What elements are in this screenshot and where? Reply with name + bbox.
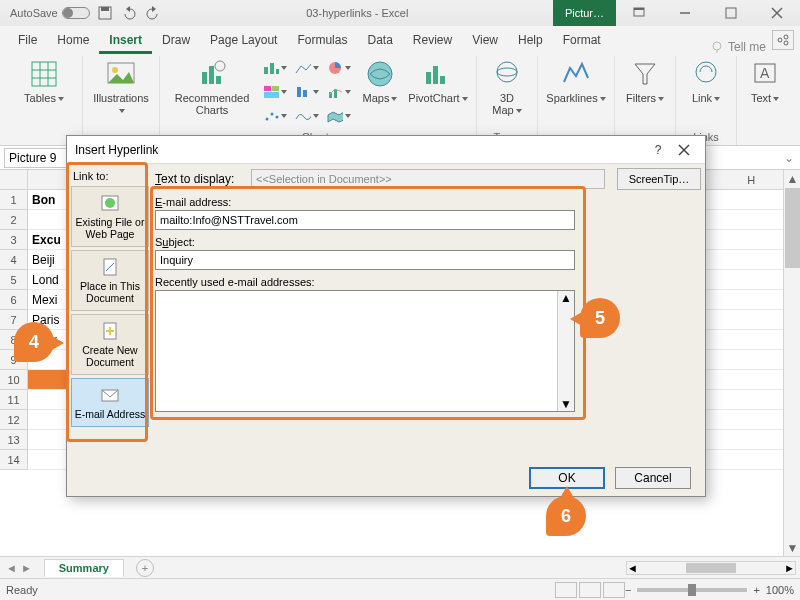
svg-point-10 — [778, 38, 782, 42]
row-header[interactable]: 5 — [0, 270, 28, 290]
row-header[interactable]: 1 — [0, 190, 28, 210]
row-header[interactable]: 14 — [0, 450, 28, 470]
surface-chart-icon[interactable] — [294, 106, 320, 126]
cancel-button[interactable]: Cancel — [615, 467, 691, 489]
svg-point-19 — [112, 67, 118, 73]
tables-button[interactable]: Tables — [14, 58, 74, 104]
row-header[interactable]: 2 — [0, 210, 28, 230]
svg-rect-29 — [264, 92, 279, 98]
3d-map-button[interactable]: 3D Map — [485, 58, 529, 116]
autosave-toggle[interactable]: AutoSave — [10, 7, 90, 19]
pie-chart-icon[interactable] — [326, 58, 352, 78]
share-button[interactable] — [772, 30, 794, 50]
add-sheet-button[interactable]: + — [136, 559, 154, 577]
recommended-charts-button[interactable]: Recommended Charts — [168, 58, 256, 116]
help-button[interactable]: ? — [645, 139, 671, 161]
tab-review[interactable]: Review — [403, 26, 462, 54]
link-create-new-option[interactable]: Create New Document — [71, 314, 149, 375]
sparklines-button[interactable]: Sparklines — [546, 58, 606, 104]
line-chart-icon[interactable] — [294, 58, 320, 78]
zoom-in-button[interactable]: + — [753, 584, 759, 596]
close-button[interactable] — [754, 0, 800, 26]
pivotchart-label: PivotChart — [408, 92, 459, 104]
undo-icon[interactable] — [120, 4, 138, 22]
link-place-in-document-label: Place in This Document — [80, 280, 140, 304]
row-header[interactable]: 3 — [0, 230, 28, 250]
zoom-level[interactable]: 100% — [766, 584, 794, 596]
row-header[interactable]: 12 — [0, 410, 28, 430]
text-button[interactable]: A Text — [745, 58, 785, 104]
scroll-left-icon[interactable]: ◄ — [627, 562, 638, 574]
tab-insert[interactable]: Insert — [99, 26, 152, 54]
maps-button[interactable]: Maps — [358, 58, 402, 104]
row-header[interactable]: 4 — [0, 250, 28, 270]
pivotchart-button[interactable]: PivotChart — [408, 58, 468, 104]
tell-me-search[interactable]: Tell me — [710, 40, 772, 54]
contextual-tab-label[interactable]: Pictur… — [553, 0, 616, 26]
recently-used-listbox[interactable]: ▲▼ — [155, 290, 575, 412]
tab-formulas[interactable]: Formulas — [287, 26, 357, 54]
hierarchy-chart-icon[interactable] — [262, 82, 288, 102]
tab-file[interactable]: File — [8, 26, 47, 54]
subject-input[interactable] — [155, 250, 575, 270]
link-email-option[interactable]: E-mail Address — [71, 378, 149, 427]
tab-page-layout[interactable]: Page Layout — [200, 26, 287, 54]
minimize-button[interactable] — [662, 0, 708, 26]
page-break-view-icon[interactable] — [603, 582, 625, 598]
maximize-button[interactable] — [708, 0, 754, 26]
toggle-off-icon — [62, 7, 90, 19]
scroll-thumb[interactable] — [785, 188, 800, 268]
vertical-scrollbar[interactable]: ▲ ▼ — [783, 170, 800, 556]
tab-data[interactable]: Data — [357, 26, 402, 54]
link-to-label: Link to: — [73, 170, 149, 182]
page-layout-view-icon[interactable] — [579, 582, 601, 598]
row-header[interactable]: 10 — [0, 370, 28, 390]
screentip-button[interactable]: ScreenTip… — [617, 168, 701, 190]
scatter-chart-icon[interactable] — [262, 106, 288, 126]
zoom-out-button[interactable]: − — [625, 584, 631, 596]
scroll-up-icon[interactable]: ▲ — [784, 170, 800, 187]
autosave-label: AutoSave — [10, 7, 58, 19]
maps-icon — [364, 58, 396, 90]
scroll-down-icon[interactable]: ▼ — [784, 539, 800, 556]
horizontal-scrollbar[interactable]: ◄► — [626, 561, 796, 575]
formula-bar-expand-icon[interactable]: ⌄ — [784, 151, 800, 165]
svg-rect-34 — [303, 90, 307, 97]
group-charts: Recommended Charts Maps — [160, 56, 477, 145]
link-place-in-document-option[interactable]: Place in This Document — [71, 250, 149, 311]
save-icon[interactable] — [96, 4, 114, 22]
illustrations-button[interactable]: Illustrations — [91, 58, 151, 116]
map-chart-icon[interactable] — [326, 106, 352, 126]
sheet-nav[interactable]: ◄► — [6, 562, 32, 574]
select-all-corner[interactable] — [0, 170, 28, 189]
sheet-tab-summary[interactable]: Summary — [44, 559, 124, 577]
sheet-prev-icon[interactable]: ◄ — [6, 562, 17, 574]
email-address-input[interactable] — [155, 210, 575, 230]
title-bar: AutoSave 03-hyperlinks - Excel Pictur… — [0, 0, 800, 26]
filters-button[interactable]: Filters — [623, 58, 667, 104]
link-existing-file-option[interactable]: Existing File or Web Page — [71, 186, 149, 247]
tab-format[interactable]: Format — [553, 26, 611, 54]
scroll-right-icon[interactable]: ► — [784, 562, 795, 574]
tab-draw[interactable]: Draw — [152, 26, 200, 54]
row-header[interactable]: 13 — [0, 430, 28, 450]
normal-view-icon[interactable] — [555, 582, 577, 598]
link-button[interactable]: Link — [684, 58, 728, 104]
dialog-close-button[interactable] — [671, 139, 697, 161]
tab-view[interactable]: View — [462, 26, 508, 54]
link-to-panel: Link to: Existing File or Web Page Place… — [67, 164, 153, 460]
bar-chart-icon[interactable] — [262, 58, 288, 78]
row-header[interactable]: 6 — [0, 290, 28, 310]
zoom-slider[interactable] — [637, 588, 747, 592]
svg-rect-39 — [426, 72, 431, 84]
tab-home[interactable]: Home — [47, 26, 99, 54]
redo-icon[interactable] — [144, 4, 162, 22]
ribbon-display-options-icon[interactable] — [616, 0, 662, 26]
tab-help[interactable]: Help — [508, 26, 553, 54]
row-header[interactable]: 11 — [0, 390, 28, 410]
dialog-title-bar[interactable]: Insert Hyperlink ? — [67, 136, 705, 164]
sheet-next-icon[interactable]: ► — [21, 562, 32, 574]
statistic-chart-icon[interactable] — [294, 82, 320, 102]
combo-chart-icon[interactable] — [326, 82, 352, 102]
listbox-scrollbar[interactable]: ▲▼ — [557, 291, 574, 411]
